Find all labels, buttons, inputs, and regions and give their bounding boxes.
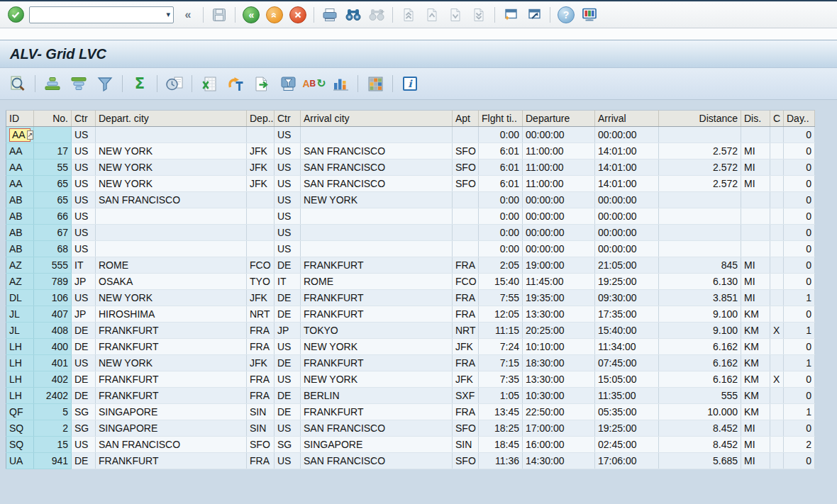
- cell-ctr1[interactable]: US: [72, 143, 96, 159]
- cell-arr_city[interactable]: [301, 225, 453, 241]
- grid-row[interactable]: JL407JPHIROSHIMANRTDEFRANKFURTFRA12:0513…: [6, 306, 815, 323]
- cell-dep_apt[interactable]: FRA: [247, 339, 275, 355]
- possible-entries-icon[interactable]: ↗: [27, 130, 34, 140]
- cell-dep_apt[interactable]: SIN: [247, 404, 275, 420]
- cell-no[interactable]: 106: [34, 290, 72, 306]
- cell-c[interactable]: [770, 420, 784, 437]
- cell-no[interactable]: 402: [34, 371, 72, 388]
- cell-dis[interactable]: KM: [741, 371, 770, 388]
- cell-ctr1[interactable]: JP: [72, 274, 96, 290]
- column-header-distance[interactable]: Distance: [659, 111, 741, 127]
- cell-departure[interactable]: 13:30:00: [523, 306, 595, 323]
- cell-distance[interactable]: 8.452: [659, 437, 741, 453]
- cell-ctr2[interactable]: US: [275, 192, 301, 208]
- up-icon[interactable]: «: [265, 5, 284, 25]
- cell-dep_city[interactable]: NEW YORK: [96, 355, 247, 371]
- cell-dep_apt[interactable]: FRA: [247, 453, 275, 469]
- cell-arrival[interactable]: 00:00:00: [595, 241, 659, 257]
- cell-apt[interactable]: JFK: [453, 339, 479, 355]
- cell-flight_time[interactable]: 7:35: [479, 371, 523, 388]
- cell-dep_apt[interactable]: FRA: [247, 388, 275, 404]
- cell-apt[interactable]: [453, 127, 479, 143]
- grid-row[interactable]: AB65USSAN FRANCISCOUSNEW YORK0:0000:00:0…: [6, 192, 815, 208]
- print-filter-icon[interactable]: [277, 73, 299, 94]
- cell-dis[interactable]: MI: [741, 159, 770, 176]
- cell-dep_city[interactable]: SINGAPORE: [96, 420, 247, 437]
- cell-dep_city[interactable]: OSAKA: [96, 274, 247, 290]
- cell-arr_city[interactable]: SAN FRANCISCO: [301, 143, 453, 159]
- excel-export-icon[interactable]: [199, 73, 220, 94]
- column-header-dis[interactable]: Dis.: [741, 111, 770, 127]
- cell-no[interactable]: 2: [34, 420, 72, 437]
- cell-ctr2[interactable]: SG: [275, 437, 301, 453]
- cell-dep_city[interactable]: FRANKFURT: [96, 453, 247, 469]
- cell-arr_city[interactable]: TOKYO: [301, 323, 453, 339]
- cell-day[interactable]: 0: [784, 371, 815, 388]
- cell-c[interactable]: [770, 176, 784, 192]
- cell-c[interactable]: X: [770, 323, 784, 339]
- cell-distance[interactable]: 5.685: [659, 453, 741, 469]
- edit-cell-input[interactable]: AA↗: [9, 128, 31, 142]
- cell-id[interactable]: DL: [6, 290, 34, 306]
- cell-departure[interactable]: 17:00:00: [523, 420, 595, 437]
- cell-dep_city[interactable]: FRANKFURT: [96, 388, 247, 404]
- cell-ctr1[interactable]: US: [72, 208, 96, 225]
- cell-flight_time[interactable]: 7:55: [479, 290, 523, 306]
- cell-day[interactable]: 1: [784, 290, 815, 306]
- cell-ctr1[interactable]: US: [72, 159, 96, 176]
- cell-id[interactable]: AB: [6, 241, 34, 257]
- cell-c[interactable]: [770, 159, 784, 176]
- cell-no[interactable]: [34, 127, 72, 143]
- cell-day[interactable]: 1: [784, 404, 815, 420]
- cell-arrival[interactable]: 17:06:00: [595, 453, 659, 469]
- info-icon[interactable]: i: [399, 73, 421, 94]
- cell-no[interactable]: 2402: [34, 388, 72, 404]
- cell-ctr1[interactable]: DE: [72, 371, 96, 388]
- cell-departure[interactable]: 14:30:00: [523, 453, 595, 469]
- cell-ctr1[interactable]: US: [72, 225, 96, 241]
- cell-c[interactable]: [770, 208, 784, 225]
- cell-dis[interactable]: KM: [741, 323, 770, 339]
- cell-apt[interactable]: [453, 225, 479, 241]
- cell-flight_time[interactable]: 0:00: [479, 241, 523, 257]
- graphic-icon[interactable]: [330, 73, 351, 94]
- cell-distance[interactable]: [659, 241, 741, 257]
- cell-id[interactable]: LH: [6, 339, 34, 355]
- cell-distance[interactable]: 6.162: [659, 355, 741, 371]
- command-field[interactable]: ▾: [29, 6, 174, 23]
- cell-dep_apt[interactable]: JFK: [247, 355, 275, 371]
- cell-distance[interactable]: 10.000: [659, 404, 741, 420]
- cell-id[interactable]: AA: [6, 176, 34, 192]
- cell-arrival[interactable]: 14:01:00: [595, 159, 659, 176]
- cell-arrival[interactable]: 19:25:00: [595, 274, 659, 290]
- cell-id[interactable]: LH: [6, 371, 34, 388]
- cell-dis[interactable]: MI: [741, 290, 770, 306]
- cell-flight_time[interactable]: 11:36: [479, 453, 523, 469]
- cell-dis[interactable]: [741, 208, 770, 225]
- cell-day[interactable]: 0: [784, 453, 815, 469]
- print-preview-icon[interactable]: [164, 73, 185, 94]
- cell-id[interactable]: QF: [6, 404, 34, 420]
- cell-ctr2[interactable]: DE: [275, 355, 301, 371]
- cell-arr_city[interactable]: ROME: [301, 274, 453, 290]
- cell-flight_time[interactable]: 7:15: [479, 355, 523, 371]
- cell-dis[interactable]: MI: [741, 437, 770, 453]
- cell-distance[interactable]: [659, 208, 741, 225]
- cell-apt[interactable]: FRA: [453, 404, 479, 420]
- grid-row[interactable]: JL408DEFRANKFURTFRAJPTOKYONRT11:1520:25:…: [6, 323, 815, 339]
- grid-row[interactable]: AZ555ITROMEFCODEFRANKFURTFRA2:0519:00:00…: [6, 257, 815, 274]
- cell-arr_city[interactable]: SAN FRANCISCO: [301, 420, 453, 437]
- grid-row[interactable]: AA17USNEW YORKJFKUSSAN FRANCISCOSFO6:011…: [6, 143, 815, 159]
- cell-dep_apt[interactable]: FRA: [247, 371, 275, 388]
- cell-dis[interactable]: MI: [741, 143, 770, 159]
- cell-apt[interactable]: FRA: [453, 306, 479, 323]
- cell-apt[interactable]: FCO: [453, 274, 479, 290]
- cell-departure[interactable]: 13:30:00: [523, 371, 595, 388]
- cell-apt[interactable]: JFK: [453, 371, 479, 388]
- cell-flight_time[interactable]: 12:05: [479, 306, 523, 323]
- cell-day[interactable]: 2: [784, 437, 815, 453]
- cell-ctr2[interactable]: US: [275, 208, 301, 225]
- cell-arr_city[interactable]: SAN FRANCISCO: [301, 159, 453, 176]
- cell-ctr2[interactable]: DE: [275, 388, 301, 404]
- cell-dis[interactable]: KM: [741, 388, 770, 404]
